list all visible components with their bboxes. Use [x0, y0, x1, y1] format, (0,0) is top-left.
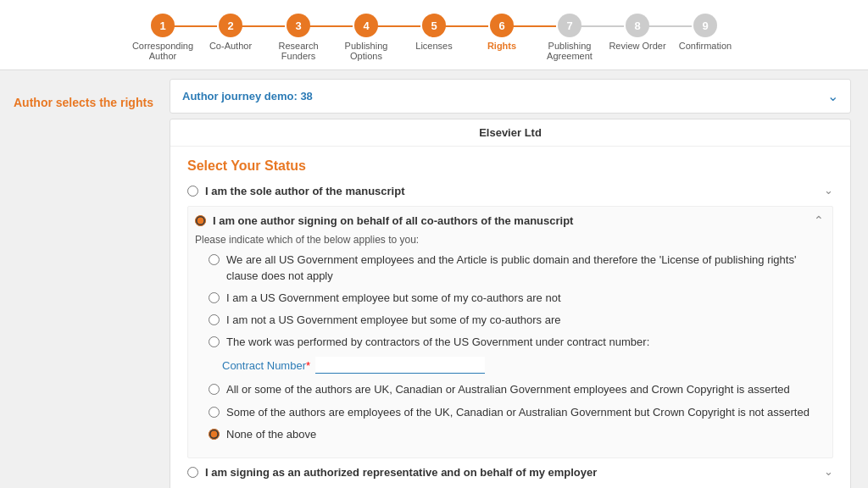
select-status-title: Select Your Status	[187, 158, 833, 174]
step-circle-2: 3	[287, 14, 310, 37]
after-option-2[interactable]: Some of the authors are employees of the…	[209, 405, 821, 420]
status-label-2: I am one author signing on behalf of all…	[213, 214, 573, 229]
step-item-5[interactable]: 6Rights	[468, 14, 536, 51]
step-circle-1: 2	[219, 14, 242, 37]
step-label-8: Confirmation	[679, 41, 732, 51]
hint-text: Please indicate which of the below appli…	[195, 234, 821, 246]
status-option-2-expanded: I am one author signing on behalf of all…	[187, 206, 833, 458]
step-item-4[interactable]: 5Licenses	[400, 14, 468, 51]
step-item-6: 7Publishing Agreement	[536, 14, 604, 61]
step-circle-6: 7	[558, 14, 581, 37]
crown-radio-1[interactable]	[209, 384, 220, 395]
status-radio-1[interactable]	[187, 186, 198, 197]
sub-radio-1[interactable]	[209, 254, 220, 265]
step-circle-0: 1	[151, 14, 175, 37]
contract-asterisk: *	[306, 359, 310, 372]
step-label-2: Research Funders	[278, 41, 318, 61]
sub-label-1: We are all US Government employees and t…	[226, 252, 821, 283]
step-item-0[interactable]: 1Corresponding Author	[129, 14, 197, 61]
after-label-2: Some of the authors are employees of the…	[226, 405, 810, 420]
step-item-7: 8Review Order	[604, 14, 671, 51]
step-circle-5: 6	[490, 14, 514, 37]
step-label-1: Co-Author	[209, 41, 252, 51]
step-label-0: Corresponding Author	[132, 41, 193, 61]
card-body: Select Your Status I am the sole author …	[170, 147, 850, 488]
chevron-option3-icon[interactable]: ⌄	[824, 465, 833, 478]
step-label-3: Publishing Options	[345, 41, 388, 61]
sub-option-3[interactable]: I am not a US Government employee but so…	[209, 313, 821, 328]
status-label-3: I am signing as an authorized representa…	[205, 465, 597, 480]
status-radio-3[interactable]	[187, 467, 198, 478]
status-option-3[interactable]: I am signing as an authorized representa…	[187, 465, 833, 480]
chevron-down-icon: ⌄	[827, 88, 838, 104]
crown-radio-2[interactable]	[209, 407, 220, 418]
sub-label-2: I am a US Government employee but some o…	[226, 291, 561, 306]
chevron-up-icon[interactable]: ⌃	[814, 214, 824, 227]
card-header: Elsevier Ltd	[170, 119, 850, 147]
author-annotation: Author selects the rights	[14, 96, 153, 109]
status-option-1[interactable]: I am the sole author of the manuscript ⌄	[187, 184, 833, 199]
sub-label-3: I am not a US Government employee but so…	[226, 313, 561, 328]
step-circle-7: 8	[626, 14, 649, 37]
contract-label: Contract Number*	[222, 359, 310, 372]
contract-number-input[interactable]	[315, 357, 485, 374]
chevron-option1-icon[interactable]: ⌄	[824, 184, 833, 197]
contract-row: Contract Number*	[209, 357, 821, 374]
step-item-8: 9Confirmation	[671, 14, 739, 51]
left-panel: Author selects the rights	[0, 70, 170, 488]
step-circle-4: 5	[422, 14, 446, 37]
after-option-1[interactable]: All or some of the authors are UK, Canad…	[209, 382, 821, 397]
main-card: Elsevier Ltd Select Your Status I am the…	[170, 119, 851, 488]
sub-option-2[interactable]: I am a US Government employee but some o…	[209, 291, 821, 306]
stepper: 1Corresponding Author2Co-Author3Research…	[0, 0, 868, 70]
status-label-1: I am the sole author of the manuscript	[205, 184, 404, 199]
step-label-5: Rights	[487, 41, 516, 51]
sub-radio-4[interactable]	[209, 336, 220, 347]
step-label-4: Licenses	[415, 41, 452, 51]
step-label-6: Publishing Agreement	[547, 41, 593, 61]
after-label-1: All or some of the authors are UK, Canad…	[226, 382, 790, 397]
sub-radio-3[interactable]	[209, 314, 220, 325]
journey-bar[interactable]: Author journey demo: 38 ⌄	[170, 79, 851, 114]
after-label-3: None of the above	[226, 427, 316, 442]
sub-radio-2[interactable]	[209, 292, 220, 303]
crown-radio-3[interactable]	[209, 429, 220, 440]
step-circle-8: 9	[693, 14, 717, 37]
main-content: Author journey demo: 38 ⌄ Elsevier Ltd S…	[170, 70, 868, 488]
step-item-3[interactable]: 4Publishing Options	[332, 14, 400, 61]
step-circle-3: 4	[354, 14, 378, 37]
sub-label-4: The work was performed by contractors of…	[226, 335, 649, 350]
sub-option-1[interactable]: We are all US Government employees and t…	[209, 252, 821, 283]
step-label-7: Review Order	[609, 41, 665, 51]
journey-bar-title: Author journey demo: 38	[182, 90, 313, 103]
page-layout: Author selects the rights Author journey…	[0, 70, 868, 488]
sub-options: We are all US Government employees and t…	[195, 252, 821, 442]
after-option-3[interactable]: None of the above	[209, 427, 821, 442]
status-option-2-row[interactable]: I am one author signing on behalf of all…	[195, 214, 821, 229]
step-item-1[interactable]: 2Co-Author	[197, 14, 264, 51]
sub-option-4[interactable]: The work was performed by contractors of…	[209, 335, 821, 350]
status-radio-2[interactable]	[195, 215, 206, 226]
step-item-2[interactable]: 3Research Funders	[264, 14, 332, 61]
